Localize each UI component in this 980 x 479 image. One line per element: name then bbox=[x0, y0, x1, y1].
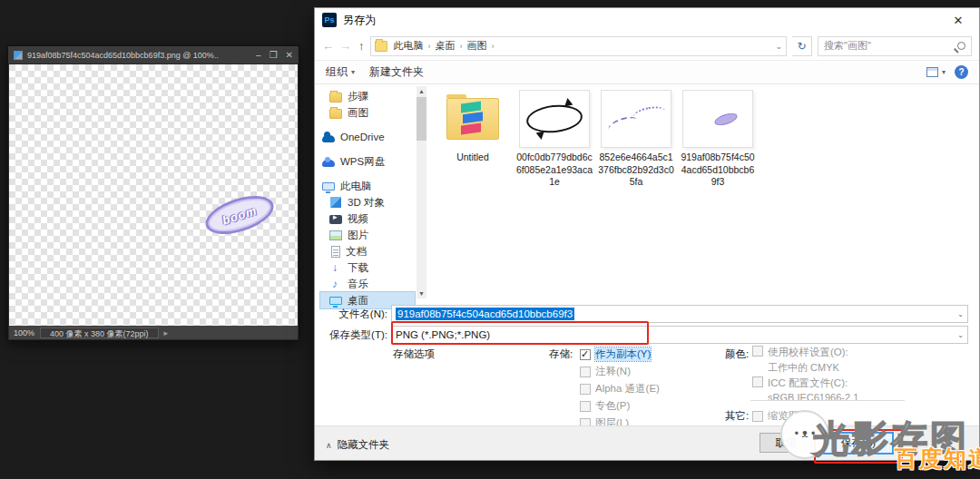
file-thumbnail-graphic bbox=[525, 103, 584, 135]
sidebar-item-label: WPS网盘 bbox=[340, 155, 385, 169]
scroll-down-icon[interactable]: ▼ bbox=[416, 288, 426, 298]
sidebar-item-icon bbox=[329, 93, 342, 103]
checkbox-icon[interactable] bbox=[580, 384, 591, 395]
chevron-down-icon[interactable]: ⌄ bbox=[957, 310, 964, 318]
organize-button[interactable]: 组织 ▾ bbox=[326, 64, 355, 80]
file-item[interactable]: Untitled bbox=[434, 90, 512, 164]
boom-sticker-text: boom bbox=[220, 203, 259, 227]
save-as-dialog: Ps 另存为 ✕ ← → ↑ 此电脑 › 桌面 › 画图 bbox=[314, 7, 980, 461]
close-icon[interactable]: ✕ bbox=[945, 14, 972, 27]
sidebar-item[interactable]: 图片 bbox=[320, 227, 415, 243]
sidebar-item-icon bbox=[322, 182, 335, 191]
sidebar-item[interactable]: 此电脑 bbox=[320, 178, 415, 194]
checkbox-option[interactable]: Alpha 通道(E) bbox=[580, 380, 660, 397]
boom-sticker: boom bbox=[201, 189, 278, 241]
sidebar-item-icon bbox=[329, 261, 342, 274]
breadcrumb-item[interactable]: 画图 bbox=[465, 38, 490, 54]
filetype-row: 保存类型(T): PNG (*.PNG;*.PNG) ⌄ bbox=[315, 325, 979, 345]
sidebar-item[interactable]: 步骤 bbox=[320, 88, 415, 104]
navigation-sidebar: 步骤 画图 OneDrive WPS网盘 bbox=[320, 88, 415, 308]
search-icon[interactable] bbox=[957, 42, 965, 50]
filename-input[interactable]: 919af08b75f4c504acd65d10bbcb69f3 ⌄ bbox=[391, 305, 968, 323]
dialog-titlebar[interactable]: Ps 另存为 ✕ bbox=[315, 8, 979, 32]
sidebar-item[interactable]: OneDrive bbox=[320, 129, 415, 145]
sidebar-item-label: 音乐 bbox=[348, 278, 368, 291]
filename-label: 文件名(N): bbox=[315, 308, 391, 321]
sidebar-item[interactable]: 3D 对象 bbox=[320, 194, 415, 210]
breadcrumb: 此电脑 › 桌面 › 画图 › bbox=[391, 38, 772, 54]
help-icon[interactable]: ? bbox=[955, 65, 968, 79]
file-item[interactable]: 00fc0db779dbd6c6f085e2a1e93aca1e bbox=[515, 90, 593, 189]
file-thumbnail bbox=[601, 90, 671, 148]
sidebar-item[interactable]: WPS网盘 bbox=[320, 153, 415, 170]
zoom-level[interactable]: 100% bbox=[14, 328, 34, 337]
checkbox-label: ICC 配置文件(C): bbox=[768, 376, 858, 390]
back-icon[interactable]: ← bbox=[322, 40, 334, 52]
checkbox-option[interactable]: 作为副本(Y) bbox=[580, 346, 660, 363]
chevron-down-icon[interactable]: ⌄ bbox=[775, 42, 782, 51]
filename-row: 文件名(N): 919af08b75f4c504acd65d10bbcb69f3… bbox=[315, 304, 979, 324]
divider bbox=[750, 400, 905, 401]
minimize-icon[interactable]: – bbox=[256, 51, 261, 60]
sidebar-scrollbar[interactable]: ▲ ▼ bbox=[416, 86, 426, 298]
sidebar-item[interactable]: 下载 bbox=[320, 259, 415, 276]
sidebar-item-icon bbox=[322, 135, 335, 142]
view-mode-button[interactable]: ▾ bbox=[926, 67, 946, 77]
checkbox-option[interactable]: 缩览图(T) bbox=[752, 407, 812, 425]
checkbox-icon[interactable] bbox=[580, 367, 591, 377]
document-icon bbox=[14, 51, 23, 60]
sidebar-item[interactable]: 视频 bbox=[320, 210, 415, 227]
checkbox-option[interactable]: 使用校样设置(O): 工作中的 CMYK bbox=[752, 346, 858, 376]
address-bar[interactable]: 此电脑 › 桌面 › 画图 › ⌄ bbox=[370, 36, 788, 56]
status-arrow-icon[interactable]: ▸ bbox=[164, 328, 169, 337]
checkbox-option[interactable]: 注释(N) bbox=[580, 363, 660, 380]
checkbox-icon[interactable] bbox=[752, 346, 763, 357]
chevron-down-icon[interactable]: ⌄ bbox=[957, 331, 964, 339]
save-button[interactable]: 保存(S) bbox=[823, 432, 894, 455]
search-input[interactable]: 搜索"画图" bbox=[818, 36, 972, 56]
new-folder-button[interactable]: 新建文件夹 bbox=[369, 64, 424, 80]
checkbox-option[interactable]: 专色(P) bbox=[580, 397, 660, 415]
file-item[interactable]: 852e6e4664a5c1376fbc82b92d3c05fa bbox=[597, 90, 675, 189]
sidebar-item-icon bbox=[329, 230, 342, 240]
file-name: 00fc0db779dbd6c6f085e2a1e93aca1e bbox=[515, 152, 593, 189]
sidebar-item[interactable]: 音乐 bbox=[320, 276, 415, 292]
scroll-up-icon[interactable]: ▲ bbox=[416, 86, 426, 96]
sidebar-item-label: 3D 对象 bbox=[348, 196, 385, 210]
chevron-right-icon: › bbox=[460, 42, 463, 51]
breadcrumb-item[interactable]: 此电脑 bbox=[391, 38, 426, 54]
sidebar-item[interactable]: 文档 bbox=[320, 243, 415, 259]
sidebar-item[interactable]: 画图 bbox=[320, 104, 415, 121]
sidebar-item-label: OneDrive bbox=[340, 132, 385, 142]
float-window-icon[interactable]: ❐ bbox=[270, 51, 278, 60]
filetype-select[interactable]: PNG (*.PNG;*.PNG) ⌄ bbox=[391, 326, 968, 344]
file-thumbnail bbox=[682, 90, 753, 148]
cancel-button[interactable]: 取消 bbox=[760, 433, 812, 453]
chevron-up-icon: ∧ bbox=[326, 441, 332, 450]
up-icon[interactable]: ↑ bbox=[358, 40, 365, 52]
checkbox-icon[interactable] bbox=[752, 376, 763, 387]
ps-document-titlebar[interactable]: 919af08b75f4c504acd65d10bbcb69f3.png @ 1… bbox=[8, 46, 299, 64]
checkbox-icon[interactable] bbox=[580, 349, 591, 360]
breadcrumb-item[interactable]: 桌面 bbox=[433, 38, 458, 54]
forward-icon[interactable]: → bbox=[339, 40, 351, 52]
ps-statusbar: 100% 400 像素 x 380 像素(72ppi) ▸ bbox=[9, 326, 298, 339]
hide-folders-button[interactable]: ∧ 隐藏文件夹 bbox=[326, 438, 389, 452]
save-options-label: 存储选项 bbox=[393, 347, 435, 361]
sidebar-item-icon bbox=[329, 278, 342, 290]
scrollbar-thumb[interactable] bbox=[416, 97, 426, 141]
sidebar-item-label: 文档 bbox=[346, 245, 367, 259]
filetype-value: PNG (*.PNG;*.PNG) bbox=[396, 329, 490, 340]
checkbox-sublabel: sRGB IEC61966-2.1 bbox=[768, 391, 858, 403]
command-bar: 组织 ▾ 新建文件夹 ▾ ? bbox=[315, 61, 979, 84]
file-item[interactable]: 919af08b75f4c504acd65d10bbcb69f3 bbox=[679, 90, 757, 189]
other-group-label: 其它: bbox=[725, 409, 749, 423]
refresh-icon[interactable]: ↻ bbox=[792, 36, 812, 56]
checkbox-icon[interactable] bbox=[752, 411, 763, 422]
folder-icon bbox=[375, 41, 387, 52]
checkbox-icon[interactable] bbox=[580, 401, 591, 412]
sidebar-item-label: 视频 bbox=[348, 212, 368, 226]
close-icon[interactable]: ✕ bbox=[286, 51, 293, 60]
transparent-canvas[interactable]: boom bbox=[9, 64, 298, 326]
checkbox-sublabel: 工作中的 CMYK bbox=[768, 360, 848, 375]
